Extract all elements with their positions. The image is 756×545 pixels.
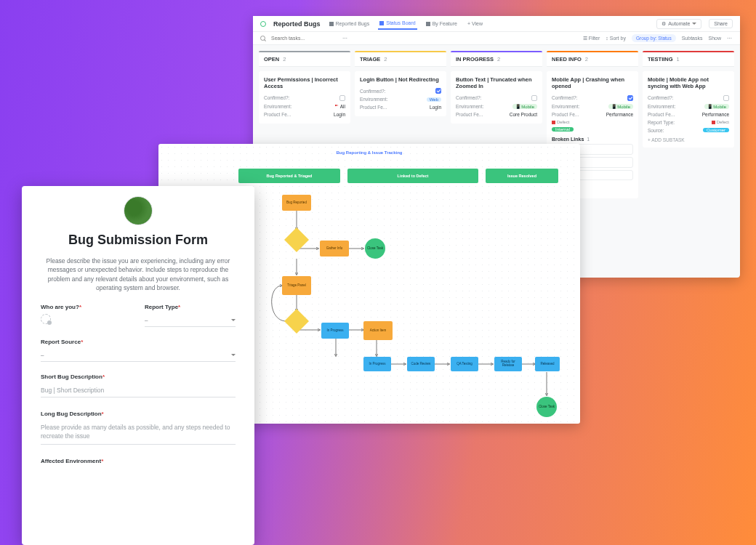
column-header[interactable]: NEED INFO 2: [547, 51, 638, 67]
search-input[interactable]: [271, 36, 337, 41]
field-label: Product Fe...: [648, 112, 675, 117]
stage-header: Issue Resolved: [486, 169, 558, 183]
flow-node[interactable]: Triage Panel: [282, 276, 311, 295]
subtask-title: Broken Links 1: [552, 137, 633, 142]
board-icon: [379, 21, 384, 25]
checkbox-checked-icon[interactable]: [627, 95, 633, 101]
tab-reported-bugs[interactable]: Reported Bugs: [328, 18, 371, 29]
field-label: Confirmed?:: [456, 95, 481, 100]
tab-label: Status Board: [386, 20, 415, 25]
column-name: NEED INFO: [552, 56, 582, 62]
stage-header: Linked to Defect: [347, 169, 478, 183]
task-card[interactable]: Mobile | Mobile App not syncing with Web…: [643, 71, 734, 148]
report-type-label: Report Type*: [145, 304, 236, 310]
flag-icon: [335, 105, 339, 108]
report-source-label: Report Source*: [41, 339, 236, 345]
flow-node[interactable]: Released: [535, 357, 560, 371]
column-name: OPEN: [264, 56, 279, 62]
column-header[interactable]: TESTIING 1: [643, 51, 734, 67]
column-header[interactable]: IN PROGRESS 2: [451, 51, 542, 67]
field-label: Product Fe...: [456, 112, 483, 117]
flow-node[interactable]: QA Testing: [451, 357, 478, 371]
tab-status-board[interactable]: Status Board: [378, 17, 417, 30]
chevron-down-icon: [231, 319, 236, 321]
column-testing: TESTIING 1 Mobile | Mobile App not synci…: [643, 51, 734, 198]
checkbox-icon[interactable]: [531, 95, 537, 101]
flow-terminal[interactable]: Close Task: [536, 397, 557, 417]
flow-terminal[interactable]: Close Task: [365, 238, 385, 259]
add-view-button[interactable]: + View: [466, 18, 484, 29]
task-card[interactable]: Button Text | Truncated when Zoomed In C…: [451, 71, 542, 124]
field-value: Login: [430, 105, 441, 110]
column-count: 2: [497, 56, 500, 62]
card-title: Button Text | Truncated when Zoomed In: [456, 76, 537, 90]
bug-form-panel: Bug Submission Form Please describe the …: [22, 186, 254, 545]
flow-node[interactable]: In Progress: [321, 323, 349, 339]
field-label: Confirmed?:: [552, 95, 577, 100]
share-label: Share: [714, 21, 728, 26]
column-name: TESTIING: [648, 56, 673, 62]
more-icon[interactable]: ⋯: [727, 36, 733, 41]
board-title: Reported Bugs: [273, 20, 321, 28]
search-more-icon[interactable]: ⋯: [342, 36, 348, 41]
column-count: 2: [283, 56, 286, 62]
automate-button[interactable]: ⚙ Automate: [656, 19, 701, 29]
long-desc-input[interactable]: Please provide as many details as possib…: [41, 421, 236, 445]
checkbox-checked-icon[interactable]: [435, 88, 441, 94]
field-label: Product Fe...: [360, 105, 387, 110]
filter-button[interactable]: ☰ Filter: [583, 36, 600, 41]
env-badge: 📱 Mobile: [608, 104, 633, 109]
flow-node[interactable]: Bug Reported: [282, 195, 311, 211]
form-description: Please describe the issue you are experi…: [41, 257, 236, 292]
card-title: Mobile | Mobile App not syncing with Web…: [648, 76, 729, 90]
flow-node[interactable]: Gather Info: [320, 241, 349, 257]
field-value: Performance: [702, 112, 729, 117]
env-badge: Web: [427, 97, 441, 102]
board-toolbar: ⋯ ☰ Filter ↕ Sort by Group by: Status Su…: [253, 32, 740, 45]
flow-node[interactable]: In Progress: [363, 357, 391, 371]
sparkle-icon: ⚙: [662, 21, 666, 27]
sortby-button[interactable]: ↕ Sort by: [606, 36, 626, 41]
task-card[interactable]: Login Button | Not Redirecting Confirmed…: [355, 71, 446, 116]
tab-by-feature[interactable]: By Feature: [425, 18, 459, 29]
env-badge: 📱 Mobile: [512, 104, 537, 109]
search-icon: [260, 36, 265, 41]
checkbox-icon[interactable]: [723, 95, 729, 101]
long-desc-label: Long Bug Description*: [41, 411, 236, 417]
share-button[interactable]: Share: [709, 19, 733, 28]
card-title: Mobile App | Crashing when opened: [552, 76, 633, 90]
tab-label: Reported Bugs: [336, 21, 370, 26]
field-label: Environment:: [456, 104, 483, 109]
short-desc-input[interactable]: Bug | Short Description: [41, 384, 236, 397]
flow-decision[interactable]: [284, 227, 309, 252]
column-header[interactable]: TRIAGE 2: [355, 51, 446, 67]
field-label: Environment:: [648, 104, 675, 109]
report-type-select[interactable]: –: [145, 314, 236, 327]
field-label: Report Type:: [648, 120, 675, 125]
field-value: All: [335, 104, 345, 109]
column-header[interactable]: OPEN 2: [259, 51, 350, 67]
field-value: Performance: [606, 112, 633, 117]
subtasks-button[interactable]: Subtasks: [682, 36, 703, 41]
field-value: Login: [334, 112, 345, 117]
form-title: Bug Submission Form: [41, 233, 236, 248]
flow-node[interactable]: Action Item: [363, 321, 393, 340]
field-label: Confirmed?:: [648, 95, 673, 100]
field-label: Confirmed?:: [360, 89, 385, 94]
report-source-select[interactable]: –: [41, 349, 236, 362]
person-picker[interactable]: [41, 314, 51, 324]
add-subtask-button[interactable]: + ADD SUBTASK: [648, 134, 729, 142]
report-type-badge: Defect: [552, 120, 569, 124]
source-badge: Internal: [552, 127, 574, 132]
task-card[interactable]: User Permissions | Incorrect Access Conf…: [259, 71, 350, 124]
checkbox-icon[interactable]: [339, 95, 345, 101]
show-button[interactable]: Show: [708, 36, 721, 41]
who-label: Who are you?*: [41, 304, 132, 310]
groupby-button[interactable]: Group by: Status: [632, 34, 676, 42]
flow-decision[interactable]: [284, 309, 309, 334]
field-label: Source:: [648, 128, 664, 133]
tab-label: By Feature: [433, 21, 457, 26]
card-title: Login Button | Not Redirecting: [360, 76, 441, 83]
flow-node[interactable]: Code Review: [407, 357, 435, 371]
flow-node[interactable]: Ready for Release: [494, 357, 522, 371]
